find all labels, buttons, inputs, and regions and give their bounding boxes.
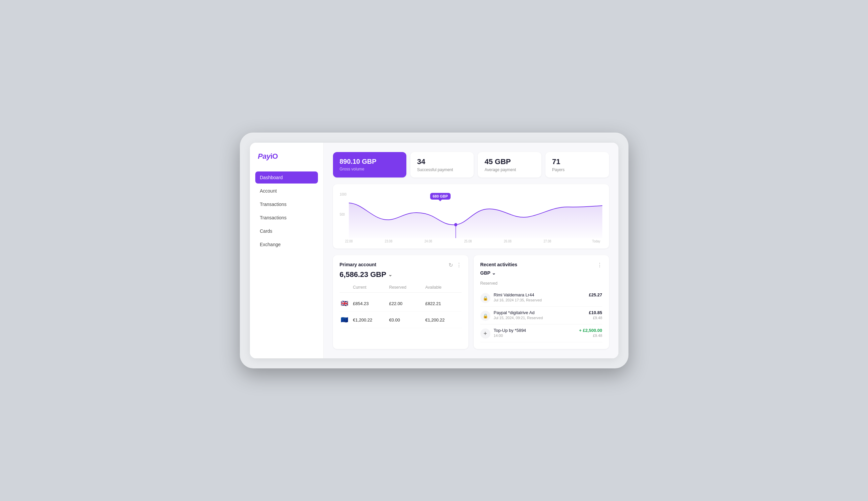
logo-text: PayiO: [258, 152, 278, 161]
account-table-header: Current Reserved Available: [340, 285, 462, 293]
x-label-2508: 25.08: [464, 239, 472, 243]
panel-title-activities: Recent activities: [480, 262, 518, 267]
sidebar-item-transactions1[interactable]: Transactions: [255, 198, 318, 210]
gbp-current: £854.23: [353, 301, 389, 306]
bottom-row: Primary account ↻ ⋮ 6,586.23 GBP ⌄ Curre…: [333, 255, 609, 349]
currency-caret: ⌄: [492, 270, 496, 276]
flag-eur: 🇪🇺: [340, 315, 349, 324]
currency-selector[interactable]: GBP ⌄: [480, 270, 602, 276]
activity-amount-1: £10.85 £9.48: [589, 310, 602, 320]
balance-caret[interactable]: ⌄: [388, 272, 392, 277]
balance-value: 6,586.23 GBP: [340, 270, 386, 279]
activity-info-0: Rimi Valdemara Lr44 Jul 16, 2024 17:35, …: [494, 292, 585, 302]
activity-row-2: + Top-Up by *5894 14:00 + £2,500.00 £9.4…: [480, 324, 602, 342]
account-row-gbp: 🇬🇧 £854.23 £22.00 £822.21: [340, 295, 462, 312]
sidebar-item-transactions2[interactable]: Transactions: [255, 212, 318, 224]
gbp-reserved: £22.00: [389, 301, 425, 306]
activity-name-2: Top-Up by *5894: [494, 328, 576, 333]
activity-amount-2: + £2,500.00 £9.48: [579, 328, 602, 338]
sidebar-item-account[interactable]: Account: [255, 185, 318, 197]
activity-info-1: Paypal *digitalrive Ad Jul 15, 2024, 09:…: [494, 310, 585, 320]
gross-volume-label: Gross volume: [340, 167, 400, 171]
activity-amount-sub-2: £9.48: [579, 333, 602, 338]
col-reserved: Reserved: [389, 285, 425, 290]
col-available: Available: [425, 285, 462, 290]
activity-amount-main-2: + £2,500.00: [579, 328, 602, 333]
eur-available: €1,200.22: [425, 318, 462, 322]
chart-area-fill: [349, 203, 602, 238]
sidebar-nav: Dashboard Account Transactions Transacti…: [255, 171, 318, 250]
balance-display: 6,586.23 GBP ⌄: [340, 270, 462, 279]
sidebar: PayiO Dashboard Account Transactions Tra…: [250, 143, 324, 358]
currency-label: GBP: [480, 270, 490, 276]
x-label-2308: 23.08: [384, 239, 392, 243]
activity-row-1: 🔒 Paypal *digitalrive Ad Jul 15, 2024, 0…: [480, 307, 602, 324]
activity-name-1: Paypal *digitalrive Ad: [494, 310, 585, 315]
panel-title-account: Primary account: [340, 262, 377, 267]
panel-header-account: Primary account ↻ ⋮: [340, 262, 462, 268]
activity-name-0: Rimi Valdemara Lr44: [494, 292, 585, 297]
eur-reserved: €0.00: [389, 318, 425, 322]
more-icon[interactable]: ⋮: [456, 262, 462, 268]
stat-card-gross-volume: 890.10 GBP Gross volume: [333, 152, 406, 178]
activity-icon-lock-0: 🔒: [480, 293, 490, 303]
col-current: Current: [353, 285, 389, 290]
flag-gbp: 🇬🇧: [340, 299, 349, 308]
panel-icons-activities: ⋮: [597, 262, 602, 268]
activity-amount-main-1: £10.85: [589, 310, 602, 315]
device-frame: PayiO Dashboard Account Transactions Tra…: [240, 132, 628, 369]
activity-date-2: 14:00: [494, 333, 576, 338]
eur-current: €1,200.22: [353, 318, 389, 322]
sidebar-item-dashboard[interactable]: Dashboard: [255, 171, 318, 183]
activity-row-0: 🔒 Rimi Valdemara Lr44 Jul 16, 2024 17:35…: [480, 289, 602, 307]
chart-svg: 1000 500: [340, 190, 602, 243]
activity-info-2: Top-Up by *5894 14:00: [494, 328, 576, 338]
activity-date-0: Jul 16, 2024 17:35, Reserved: [494, 298, 585, 302]
activity-icon-plus-2: +: [480, 329, 490, 339]
successful-payment-label: Successful payment: [417, 168, 467, 172]
x-label-2708: 27.08: [543, 239, 551, 243]
stat-card-successful: 34 Successful payment: [410, 152, 474, 178]
x-label-2208: 22.08: [345, 239, 352, 243]
average-payment-label: Average payment: [484, 168, 534, 172]
refresh-icon[interactable]: ↻: [448, 262, 453, 268]
activity-date-1: Jul 15, 2024, 09:21, Reserved: [494, 316, 585, 320]
activity-icon-lock-1: 🔒: [480, 311, 490, 321]
average-payment-value: 45 GBP: [484, 157, 534, 166]
panel-header-activities: Recent activities ⋮: [480, 262, 602, 268]
activity-amount-0: £25.27: [589, 292, 602, 297]
chart-svg-wrap: 680 GBP 1000 500: [340, 190, 602, 244]
x-label-2408: 24.08: [424, 239, 432, 243]
x-label-2608: 26.08: [504, 239, 511, 243]
stat-card-average: 45 GBP Average payment: [478, 152, 541, 178]
y-label-1000: 1000: [340, 193, 346, 196]
x-label-today: Today: [592, 239, 600, 243]
app-window: PayiO Dashboard Account Transactions Tra…: [250, 143, 618, 358]
successful-payment-value: 34: [417, 157, 467, 166]
logo: PayiO: [255, 152, 318, 161]
payers-value: 71: [552, 157, 602, 166]
primary-account-panel: Primary account ↻ ⋮ 6,586.23 GBP ⌄ Curre…: [333, 255, 468, 349]
stats-row: 890.10 GBP Gross volume 34 Successful pa…: [333, 152, 609, 178]
recent-activities-panel: Recent activities ⋮ GBP ⌄ Reserved 🔒 Ri: [474, 255, 609, 349]
gbp-available: £822.21: [425, 301, 462, 306]
sidebar-item-cards[interactable]: Cards: [255, 225, 318, 237]
activity-amount-sub-1: £9.48: [589, 316, 602, 320]
account-row-eur: 🇪🇺 €1,200.22 €0.00 €1,200.22: [340, 312, 462, 328]
y-label-500: 500: [340, 213, 345, 216]
payers-label: Payers: [552, 168, 602, 172]
chart-area: 680 GBP 1000 500: [333, 184, 609, 248]
reserved-section-label: Reserved: [480, 281, 602, 286]
stat-card-payers: 71 Payers: [546, 152, 609, 178]
main-content: 890.10 GBP Gross volume 34 Successful pa…: [324, 143, 618, 358]
activity-amount-main-0: £25.27: [589, 292, 602, 297]
panel-icons-account: ↻ ⋮: [448, 262, 462, 268]
sidebar-item-exchange[interactable]: Exchange: [255, 238, 318, 250]
more-icon-activities[interactable]: ⋮: [597, 262, 602, 268]
gross-volume-value: 890.10 GBP: [340, 157, 400, 166]
